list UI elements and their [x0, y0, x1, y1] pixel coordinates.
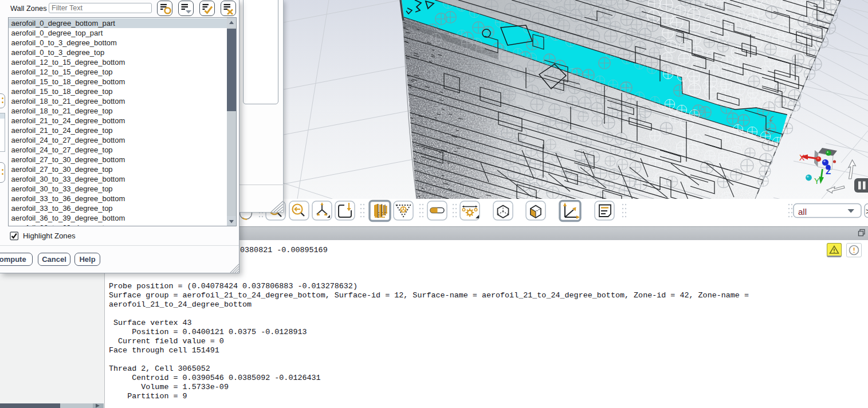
- svg-text:Y: Y: [814, 176, 820, 186]
- svg-text:all: all: [798, 207, 807, 217]
- svg-text:>: >: [866, 207, 868, 216]
- svg-text:Z: Z: [826, 166, 831, 176]
- svg-text:X: X: [799, 153, 805, 162]
